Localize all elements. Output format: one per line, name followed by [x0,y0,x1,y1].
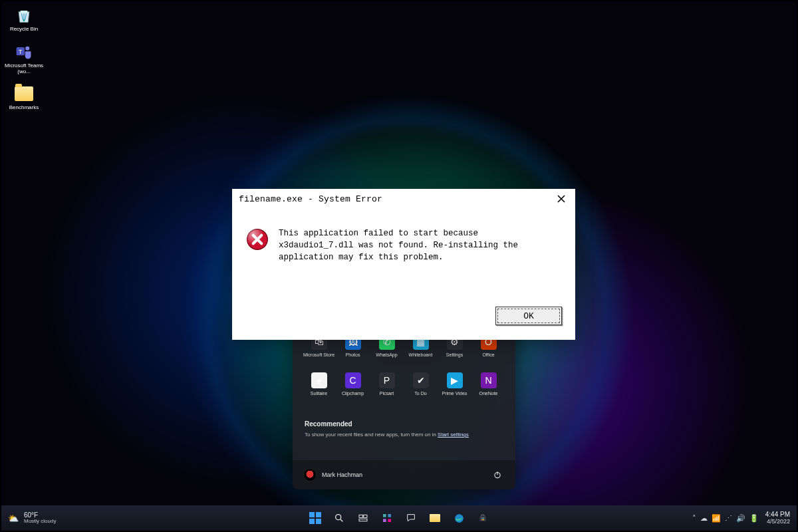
start-menu-app-solitaire[interactable]: ♠Solitaire [302,372,336,411]
close-icon [557,194,566,203]
desktop-icon-label: Benchmarks [9,105,39,111]
svg-rect-12 [383,514,386,517]
svg-rect-14 [383,519,386,522]
recycle-bin-icon [14,5,34,25]
widgets-icon [382,513,392,523]
svg-rect-19 [481,519,483,521]
app-label: Whiteboard [409,352,433,357]
task-view-button[interactable] [353,508,373,528]
app-label: Office [482,352,494,357]
desktop-icon-label: Microsoft Teams (wo... [4,63,44,75]
taskbar-edge-button[interactable] [449,508,469,528]
ok-button[interactable]: OK [495,307,562,325]
app-icon: C [345,372,361,388]
avatar-icon [303,468,317,481]
teams-icon: T [14,42,34,62]
store-icon [477,513,488,523]
app-icon: ✔ [413,372,429,388]
app-label: Settings [446,352,463,357]
taskbar-search-button[interactable] [329,508,349,528]
taskbar-clock[interactable]: 4:44 PM 4/5/2022 [765,511,790,525]
weather-icon: ⛅ [8,513,19,523]
dialog-message: This application failed to start because… [279,227,558,307]
start-settings-link[interactable]: Start settings [438,432,469,438]
app-label: To Do [414,391,426,396]
app-icon: N [481,372,497,388]
desktop-icon-microsoft-teams[interactable]: T Microsoft Teams (wo... [4,42,44,75]
svg-rect-10 [364,515,367,517]
power-icon [493,470,502,479]
taskbar-weather-widget[interactable]: ⛅ 60°F Mostly cloudy [1,512,56,524]
wifi-tray-icon[interactable]: ⋰ [725,514,732,523]
svg-rect-18 [483,517,484,519]
svg-point-2 [25,46,29,50]
app-label: Microsoft Store [303,352,334,357]
chevron-up-icon[interactable]: ˄ [692,514,696,523]
app-label: Photos [346,352,360,357]
start-menu-recommended-text: To show your recent files and new apps, … [305,432,506,438]
taskbar-explorer-button[interactable] [425,508,445,528]
error-icon [245,227,269,251]
app-label: Clipchamp [342,391,364,396]
svg-rect-15 [388,519,391,522]
desktop-icon-benchmarks[interactable]: Benchmarks [4,84,44,111]
search-icon [334,513,344,523]
dialog-close-button[interactable] [553,190,570,207]
svg-rect-11 [359,519,367,521]
app-label: OneNote [479,391,497,396]
app-icon: ▶ [447,372,463,388]
folder-icon [430,514,440,522]
app-icon: P [379,372,395,388]
power-button[interactable] [490,467,505,482]
error-dialog: filename.exe - System Error This applica… [232,189,575,340]
start-menu-pinned-apps: 🛍Microsoft Store🖼Photos✆WhatsApp▦Whitebo… [302,334,506,411]
app-label: Solitaire [311,391,327,396]
app-label: Prime Video [442,391,467,396]
volume-tray-icon[interactable]: 🔊 [736,514,745,523]
taskbar-store-button[interactable] [473,508,493,528]
weather-condition: Mostly cloudy [24,519,56,524]
clock-date: 4/5/2022 [767,519,790,525]
start-menu-app-to-do[interactable]: ✔To Do [404,372,438,411]
network-tray-icon[interactable]: 📶 [712,514,721,523]
app-label: WhatsApp [376,352,397,357]
desktop-icon-label: Recycle Bin [10,27,38,33]
folder-icon [14,84,34,104]
start-menu-app-prime-video[interactable]: ▶Prime Video [438,372,471,411]
start-menu-recommended-heading: Recommended [305,420,506,428]
svg-text:T: T [19,48,23,55]
start-menu-app-clipchamp[interactable]: CClipchamp [336,372,370,411]
onedrive-tray-icon[interactable]: ☁ [700,514,708,523]
taskbar-widgets-button[interactable] [377,508,397,528]
svg-rect-9 [359,515,362,517]
desktop-icons: Recycle Bin T Microsoft Teams (wo... Ben… [4,5,44,111]
start-menu-user[interactable]: Mark Hachman [303,468,362,481]
app-icon: ♠ [311,372,327,388]
edge-icon [454,513,465,524]
taskbar-chat-button[interactable] [401,508,421,528]
svg-line-8 [340,519,342,521]
start-menu-app-onenote[interactable]: NOneNote [471,372,505,411]
svg-rect-17 [481,517,483,519]
dialog-titlebar[interactable]: filename.exe - System Error [232,189,575,207]
taskbar-center [305,508,493,528]
dialog-title-text: filename.exe - System Error [239,194,553,204]
windows-logo-icon [309,512,321,524]
start-button[interactable] [305,508,325,528]
start-menu-user-name: Mark Hachman [322,471,362,478]
battery-tray-icon[interactable]: 🔋 [749,514,759,523]
chat-icon [406,513,416,523]
svg-rect-20 [483,519,484,521]
svg-point-7 [336,515,341,520]
clock-time: 4:44 PM [765,511,790,519]
taskbar: ⛅ 60°F Mostly cloudy ˄ ☁ 📶 ⋰ 🔊 🔋 4:44 PM… [1,505,797,531]
svg-rect-13 [388,514,391,517]
start-menu-app-picsart[interactable]: PPicsart [370,372,404,411]
app-label: Picsart [380,391,394,396]
system-tray[interactable]: ˄ ☁ 📶 ⋰ 🔊 🔋 [692,514,759,523]
desktop-icon-recycle-bin[interactable]: Recycle Bin [4,5,44,33]
task-view-icon [358,513,368,523]
